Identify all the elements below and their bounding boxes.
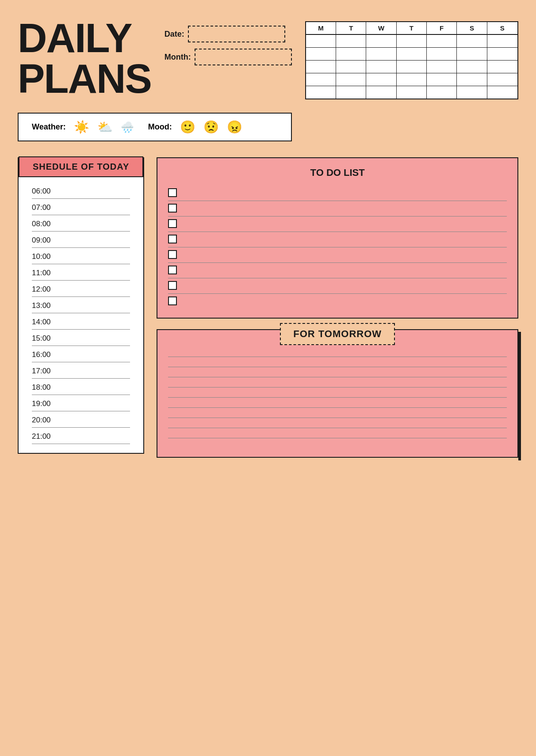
time-row: 11:00	[32, 264, 130, 281]
tomorrow-line	[168, 377, 507, 377]
time-1900: 19:00	[32, 399, 61, 408]
tomorrow-section: FOR TOMORROW	[157, 329, 518, 458]
cal-cell	[336, 61, 366, 73]
todo-title: TO DO LIST	[168, 167, 507, 179]
date-label: Date:	[165, 30, 184, 39]
time-row: 13:00	[32, 297, 130, 313]
date-field: Date:	[165, 26, 292, 42]
cal-cell	[457, 48, 487, 60]
cal-cell	[366, 86, 396, 99]
schedule-title-wrapper: SHEDULE OF TODAY	[19, 157, 143, 177]
cal-cell	[397, 61, 427, 73]
date-input[interactable]	[188, 26, 285, 42]
todo-item	[168, 232, 507, 247]
todo-item	[168, 186, 507, 201]
month-field: Month:	[165, 49, 292, 65]
time-1200: 12:00	[32, 285, 61, 294]
mood-label: Mood:	[148, 122, 172, 132]
cal-day-s2: S	[487, 22, 517, 34]
partly-cloudy-icon[interactable]: ⛅	[97, 120, 113, 134]
todo-item	[168, 278, 507, 294]
tomorrow-line	[168, 418, 507, 418]
cal-cell	[427, 61, 457, 73]
page: DAILY PLANS Date: Month: M T W T F S	[18, 18, 518, 738]
cal-cell	[427, 48, 457, 60]
cal-cell	[427, 73, 457, 86]
tomorrow-wrapper: FOR TOMORROW	[157, 329, 518, 458]
cal-cell	[366, 48, 396, 60]
cal-cell	[457, 35, 487, 47]
todo-line	[182, 239, 507, 239]
time-1700: 17:00	[32, 367, 61, 376]
todo-item	[168, 201, 507, 217]
happy-mood-icon[interactable]: 🙂	[180, 120, 195, 134]
header: DAILY PLANS Date: Month: M T W T F S	[18, 18, 518, 99]
tomorrow-line	[168, 428, 507, 428]
todo-item	[168, 247, 507, 263]
cal-day-t2: T	[397, 22, 427, 34]
todo-checkbox[interactable]	[168, 281, 177, 290]
date-fields: Date: Month:	[165, 26, 292, 65]
cal-cell	[397, 48, 427, 60]
time-row: 17:00	[32, 362, 130, 379]
cal-cell	[487, 48, 517, 60]
cal-cell	[336, 48, 366, 60]
todo-section: TO DO LIST	[157, 157, 518, 319]
todo-item	[168, 217, 507, 232]
todo-line	[182, 224, 507, 224]
rainy-icon[interactable]: 🌧️	[121, 121, 134, 133]
cal-cell	[366, 35, 396, 47]
time-0900: 09:00	[32, 236, 61, 245]
tomorrow-line	[168, 407, 507, 408]
tomorrow-line	[168, 387, 507, 387]
time-row: 14:00	[32, 313, 130, 330]
tomorrow-body	[157, 345, 517, 457]
todo-checkbox[interactable]	[168, 296, 177, 305]
sunny-icon[interactable]: ☀️	[74, 120, 89, 134]
cal-cell	[366, 61, 396, 73]
cal-cell	[366, 73, 396, 86]
weather-label: Weather:	[32, 122, 66, 132]
cal-cell	[336, 73, 366, 86]
time-1300: 13:00	[32, 301, 61, 310]
cal-cell	[457, 73, 487, 86]
todo-line	[182, 270, 507, 270]
cal-cell	[306, 61, 336, 73]
cal-day-m: M	[306, 22, 336, 34]
month-label: Month:	[165, 53, 191, 62]
cal-cell	[487, 61, 517, 73]
cal-day-w: W	[366, 22, 396, 34]
schedule-section: SHEDULE OF TODAY 06:00 07:00 08:00 09:00	[18, 157, 144, 454]
todo-line	[182, 255, 507, 255]
cal-cell	[397, 73, 427, 86]
cal-day-s1: S	[457, 22, 487, 34]
todo-checkbox[interactable]	[168, 219, 177, 228]
cal-cell	[487, 73, 517, 86]
cal-cell	[336, 86, 366, 99]
calendar: M T W T F S S	[305, 21, 518, 99]
tomorrow-line	[168, 438, 507, 438]
todo-checkbox[interactable]	[168, 204, 177, 213]
title-plans: PLANS	[18, 58, 151, 99]
cal-cell	[427, 35, 457, 47]
todo-checkbox[interactable]	[168, 266, 177, 274]
month-input[interactable]	[195, 49, 292, 65]
todo-checkbox[interactable]	[168, 188, 177, 197]
cal-cell	[427, 86, 457, 99]
todo-checkbox[interactable]	[168, 235, 177, 243]
cal-row-5	[306, 86, 517, 99]
time-row: 09:00	[32, 232, 130, 248]
sad-mood-icon[interactable]: 😟	[203, 120, 219, 134]
schedule-wrapper: SHEDULE OF TODAY 06:00 07:00 08:00 09:00	[18, 157, 144, 454]
cal-cell	[457, 61, 487, 73]
time-2100: 21:00	[32, 432, 61, 441]
calendar-header: M T W T F S S	[306, 22, 517, 35]
time-1400: 14:00	[32, 318, 61, 327]
angry-mood-icon[interactable]: 😠	[227, 120, 242, 134]
cal-row-1	[306, 35, 517, 48]
tomorrow-line	[168, 367, 507, 367]
tomorrow-title-wrapper: FOR TOMORROW	[157, 329, 517, 345]
cal-cell	[457, 86, 487, 99]
todo-checkbox[interactable]	[168, 250, 177, 259]
cal-row-4	[306, 73, 517, 86]
